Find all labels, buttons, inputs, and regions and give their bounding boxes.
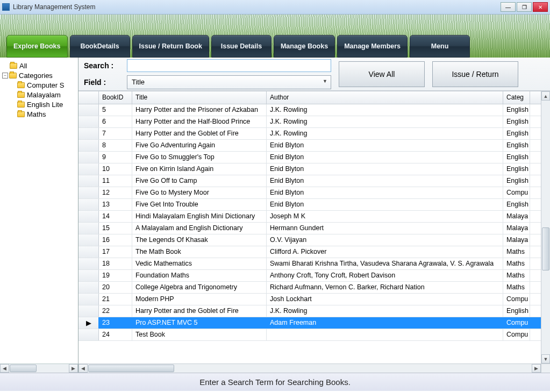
table-row[interactable]: 10Five on Kirrin Island AgainEnid Blyton… bbox=[78, 163, 541, 175]
table-row[interactable]: 8Five Go Adventuring AgainEnid BlytonEng… bbox=[78, 140, 541, 152]
table-row[interactable]: 21Modern PHPJosh LockhartCompu bbox=[78, 294, 541, 305]
cell-category: English bbox=[503, 305, 530, 317]
cell-author bbox=[267, 329, 503, 340]
col-author[interactable]: Author bbox=[267, 91, 503, 104]
col-bookid[interactable]: BookID bbox=[99, 91, 132, 104]
cell-bookid: 14 bbox=[99, 211, 132, 222]
row-header bbox=[78, 282, 99, 293]
table-row[interactable]: 12Five Go to Mystery MoorEnid BlytonComp… bbox=[78, 187, 541, 199]
cell-category: Malaya bbox=[503, 223, 530, 234]
table-row[interactable]: 11Five Go Off to CampEnid BlytonEnglish bbox=[78, 175, 541, 187]
cell-title: Harry Potter and the Goblet of Fire bbox=[132, 305, 267, 317]
table-row[interactable]: ▶23Pro ASP.NET MVC 5Adam FreemanCompu bbox=[78, 317, 541, 329]
cell-title: A Malayalam and English Dictionary bbox=[132, 223, 267, 234]
table-row[interactable]: 9Five Go to Smuggler's TopEnid BlytonEng… bbox=[78, 152, 541, 163]
cell-author: J.K. Rowling bbox=[267, 305, 503, 317]
table-row[interactable]: 18Vedic MathematicsSwami Bharati Krishna… bbox=[78, 258, 541, 270]
cell-author: Enid Blyton bbox=[267, 199, 503, 210]
tree-label: Malayalam bbox=[27, 91, 61, 99]
scroll-right-icon[interactable]: ▶ bbox=[532, 364, 541, 373]
tab-issue-return-book[interactable]: Issue / Return Book bbox=[132, 35, 209, 58]
maximize-button[interactable]: ❐ bbox=[517, 2, 532, 12]
cell-title: Five Go to Smuggler's Top bbox=[132, 152, 267, 163]
cell-title: Test Book bbox=[132, 329, 267, 340]
view-all-button[interactable]: View All bbox=[339, 61, 425, 87]
col-category[interactable]: Categ bbox=[503, 91, 530, 104]
main-tabs: Explore BooksBookDetailsIssue / Return B… bbox=[4, 35, 472, 58]
tree-label: Maths bbox=[27, 110, 46, 118]
tab-issue-details[interactable]: Issue Details bbox=[211, 35, 272, 58]
row-header bbox=[78, 329, 99, 340]
search-panel: Search : Field : Title View All Issue / … bbox=[78, 58, 550, 91]
table-row[interactable]: 14Hindi Malayalam English Mini Dictionar… bbox=[78, 211, 541, 223]
cell-author: J.K. Rowling bbox=[267, 104, 503, 116]
cell-bookid: 16 bbox=[99, 234, 132, 246]
collapse-icon[interactable]: − bbox=[2, 73, 8, 79]
table-row[interactable]: 17The Math BookClifford A. PickoverMaths bbox=[78, 246, 541, 258]
cell-title: Hindi Malayalam English Mini Dictionary bbox=[132, 211, 267, 222]
scroll-thumb[interactable] bbox=[542, 227, 549, 270]
tree-hscrollbar[interactable]: ◀ ▶ bbox=[0, 364, 78, 373]
cell-bookid: 20 bbox=[99, 282, 132, 293]
table-row[interactable]: 22Harry Potter and the Goblet of FireJ.K… bbox=[78, 305, 541, 317]
table-row[interactable]: 16The Legends Of KhasakO.V. VijayanMalay… bbox=[78, 234, 541, 246]
cell-category: English bbox=[503, 152, 530, 163]
cell-title: Five Go Off to Camp bbox=[132, 175, 267, 187]
window-title: Library Management System bbox=[13, 3, 501, 11]
grid-hscrollbar[interactable]: ◀ ▶ bbox=[78, 364, 541, 373]
tree-label: Computer S bbox=[27, 81, 64, 89]
folder-icon bbox=[9, 73, 17, 79]
tree-node-all[interactable]: All bbox=[2, 61, 78, 70]
titlebar: Library Management System — ❐ ✕ bbox=[0, 0, 550, 15]
tab-menu[interactable]: Menu bbox=[410, 35, 470, 58]
scroll-corner bbox=[541, 364, 550, 373]
tab-manage-members[interactable]: Manage Members bbox=[337, 35, 408, 58]
tab-manage-books[interactable]: Manage Books bbox=[274, 35, 335, 58]
cell-author: J.K. Rowling bbox=[267, 128, 503, 139]
tab-bookdetails[interactable]: BookDetails bbox=[70, 35, 130, 58]
scroll-thumb[interactable] bbox=[10, 365, 37, 372]
table-row[interactable]: 6Harry Potter and the Half-Blood PrinceJ… bbox=[78, 116, 541, 128]
row-header bbox=[78, 175, 99, 187]
issue-return-button[interactable]: Issue / Return bbox=[432, 61, 518, 87]
cell-category: Malaya bbox=[503, 211, 530, 222]
table-row[interactable]: 15A Malayalam and English DictionaryHerm… bbox=[78, 223, 541, 234]
tree-node-maths[interactable]: Maths bbox=[2, 109, 78, 119]
cell-title: College Algebra and Trigonometry bbox=[132, 282, 267, 293]
tree-label: English Lite bbox=[27, 101, 63, 109]
cell-author: Adam Freeman bbox=[267, 317, 503, 329]
table-row[interactable]: 7Harry Potter and the Goblet of FireJ.K.… bbox=[78, 128, 541, 140]
field-combobox[interactable]: Title bbox=[127, 75, 331, 89]
scroll-left-icon[interactable]: ◀ bbox=[78, 364, 88, 373]
scroll-down-icon[interactable]: ▼ bbox=[541, 354, 550, 364]
tree-node-malayalam[interactable]: Malayalam bbox=[2, 90, 78, 99]
grid-vscrollbar[interactable]: ▲ ▼ bbox=[541, 91, 550, 364]
row-header bbox=[78, 199, 99, 210]
cell-category: English bbox=[503, 199, 530, 210]
col-rowheader[interactable] bbox=[78, 91, 99, 104]
cell-bookid: 7 bbox=[99, 128, 132, 139]
scroll-thumb[interactable] bbox=[88, 365, 174, 372]
table-row[interactable]: 20College Algebra and TrigonometryRichar… bbox=[78, 282, 541, 294]
table-row[interactable]: 13Five Get Into TroubleEnid BlytonEnglis… bbox=[78, 199, 541, 211]
table-row[interactable]: 5Harry Potter and the Prisoner of Azkaba… bbox=[78, 104, 541, 116]
table-row[interactable]: 24Test BookCompu bbox=[78, 329, 541, 341]
header: Explore BooksBookDetailsIssue / Return B… bbox=[0, 15, 550, 58]
scroll-right-icon[interactable]: ▶ bbox=[69, 364, 78, 373]
cell-category: Maths bbox=[503, 282, 530, 293]
cell-author: Enid Blyton bbox=[267, 187, 503, 198]
cell-category: Maths bbox=[503, 258, 530, 269]
cell-bookid: 13 bbox=[99, 199, 132, 210]
scroll-up-icon[interactable]: ▲ bbox=[541, 91, 550, 101]
col-title[interactable]: Title bbox=[132, 91, 267, 104]
tree-node-english-lite[interactable]: English Lite bbox=[2, 99, 78, 109]
tree-node-categories[interactable]: − Categories bbox=[2, 70, 78, 80]
table-row[interactable]: 19Foundation MathsAnthony Croft, Tony Cr… bbox=[78, 270, 541, 282]
minimize-button[interactable]: — bbox=[501, 2, 516, 12]
close-button[interactable]: ✕ bbox=[533, 2, 548, 12]
search-input[interactable] bbox=[127, 59, 331, 72]
cell-category: English bbox=[503, 163, 530, 175]
scroll-left-icon[interactable]: ◀ bbox=[0, 364, 9, 373]
tree-node-computer-s[interactable]: Computer S bbox=[2, 80, 78, 90]
tab-explore-books[interactable]: Explore Books bbox=[6, 35, 68, 58]
